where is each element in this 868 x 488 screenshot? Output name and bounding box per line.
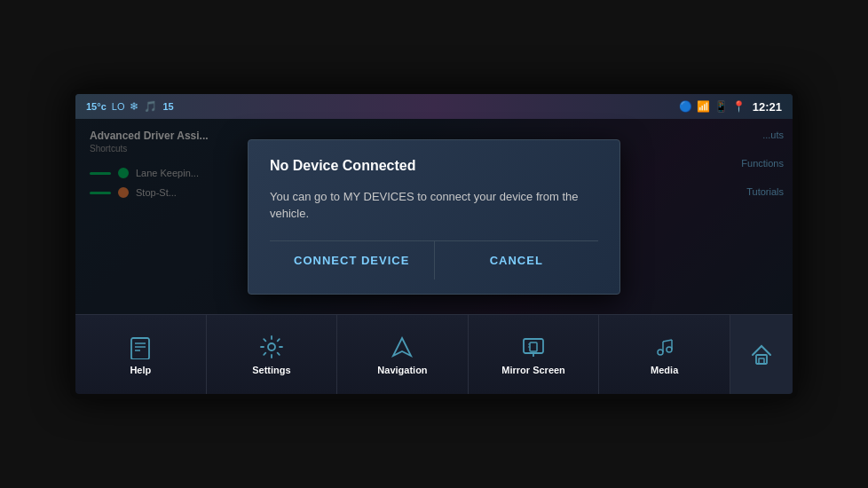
temperature-display: 15°c (86, 101, 107, 112)
bluetooth-icon: 🔵 (679, 100, 692, 113)
speed-display: 15 (162, 101, 173, 112)
media-icon (652, 335, 677, 359)
status-right: 🔵 📶 📱 📍 12:21 (679, 100, 782, 114)
nav-item-settings[interactable]: Settings (207, 315, 338, 394)
dialog-overlay: No Device Connected You can go to MY DEV… (75, 119, 793, 314)
help-label: Help (130, 365, 151, 375)
navigation-icon (390, 335, 414, 359)
dialog-message: You can go to MY DEVICES to connect your… (270, 188, 598, 223)
location-icon: 📍 (732, 100, 746, 113)
nav-item-navigation[interactable]: Navigation (337, 315, 469, 394)
navigation-label: Navigation (377, 365, 427, 375)
svg-point-4 (268, 343, 275, 350)
content-area: Advanced Driver Assi... Shortcuts Lane K… (75, 119, 793, 314)
svg-rect-16 (756, 355, 767, 364)
media-label: Media (651, 365, 678, 375)
phone-icon: 📱 (714, 100, 728, 113)
nav-item-home[interactable] (730, 315, 793, 394)
cancel-button[interactable]: CANCEL (435, 241, 599, 279)
wifi-icon: 📶 (697, 100, 710, 113)
car-background: 15°c LO ❄ 🎵 15 🔵 📶 📱 📍 12:21 (0, 0, 868, 488)
mirror-screen-label: Mirror Screen (501, 365, 565, 375)
dialog-buttons: CONNECT DEVICE CANCEL (270, 240, 598, 279)
home-icon (749, 342, 774, 367)
svg-rect-8 (530, 342, 537, 351)
mirror-screen-icon (521, 335, 546, 359)
fan-icon: ❄ (130, 100, 138, 113)
nav-item-mirror-screen[interactable]: Mirror Screen (469, 315, 600, 394)
settings-label: Settings (252, 365, 290, 375)
svg-rect-0 (131, 338, 149, 359)
nav-item-media[interactable]: Media (599, 315, 730, 394)
dialog-box: No Device Connected You can go to MY DEV… (248, 139, 620, 295)
nav-item-help[interactable]: Help (75, 315, 207, 394)
status-bar: 15°c LO ❄ 🎵 15 🔵 📶 📱 📍 12:21 (75, 94, 793, 119)
svg-marker-5 (393, 338, 411, 356)
screen-housing: 15°c LO ❄ 🎵 15 🔵 📶 📱 📍 12:21 (70, 89, 798, 399)
dialog-title: No Device Connected (270, 158, 598, 174)
fan-level-display: LO (112, 101, 125, 112)
main-display: 15°c LO ❄ 🎵 15 🔵 📶 📱 📍 12:21 (75, 94, 793, 314)
status-left: 15°c LO ❄ 🎵 15 (86, 100, 174, 113)
settings-icon (259, 335, 284, 359)
help-icon (128, 335, 153, 359)
svg-line-15 (663, 340, 672, 342)
music-status-icon: 🎵 (144, 100, 157, 113)
bottom-nav: Help Settings Navigation (75, 314, 793, 394)
time-display: 12:21 (753, 100, 782, 114)
svg-point-12 (667, 347, 672, 352)
connect-device-button[interactable]: CONNECT DEVICE (270, 241, 435, 279)
connectivity-icons: 🔵 📶 📱 📍 (679, 100, 746, 113)
svg-point-11 (658, 350, 663, 355)
